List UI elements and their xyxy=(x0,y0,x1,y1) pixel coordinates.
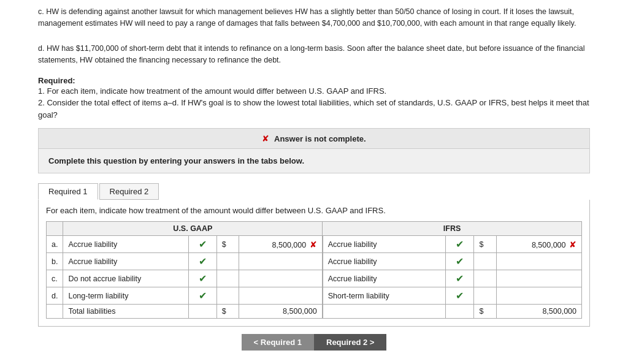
ifrs-header: IFRS xyxy=(323,222,582,236)
incomplete-x-icon: ✘ xyxy=(262,134,269,143)
intro-para-c: c. HW is defending against another lawsu… xyxy=(38,6,590,29)
intro-para-d: d. HW has $11,700,000 of short-term debt… xyxy=(38,43,590,66)
page-container: c. HW is defending against another lawsu… xyxy=(38,0,590,363)
bottom-nav: < Required 1 Required 2 > xyxy=(38,334,590,351)
gaap-text-c: Do not accrue liability xyxy=(63,270,189,287)
table-row: a. Accrue liability ✔ $ 8,500,000 ✘ Accr… xyxy=(47,236,582,253)
ifrs-check-c: ✔ xyxy=(446,270,474,287)
total-ifrs-amount: 8,500,000 xyxy=(497,305,582,319)
ifrs-text-a: Accrue liability xyxy=(323,236,446,253)
ifrs-check-a: ✔ xyxy=(446,236,474,253)
ifrs-dollar-a: $ xyxy=(474,236,497,253)
answer-incomplete-banner: ✘ Answer is not complete. xyxy=(38,128,590,149)
gaap-check-a: ✔ xyxy=(189,236,216,253)
total-gaap-amount: 8,500,000 xyxy=(239,305,323,319)
tab-required-1[interactable]: Required 1 xyxy=(38,183,98,200)
total-row-label-blank xyxy=(47,305,63,319)
tab-required-2[interactable]: Required 2 xyxy=(99,183,159,200)
total-label: Total liabilities xyxy=(63,305,189,319)
total-ifrs-icon xyxy=(446,305,474,319)
ifrs-text-d: Short-term liability xyxy=(323,287,446,305)
gaap-dollar-b xyxy=(216,253,239,270)
gaap-check-b: ✔ xyxy=(189,253,216,270)
tab-content-area: For each item, indicate how treatment of… xyxy=(38,200,590,327)
complete-question-banner: Complete this question by entering your … xyxy=(38,149,590,173)
ifrs-text-c: Accrue liability xyxy=(323,270,446,287)
row-label-b: b. xyxy=(47,253,63,270)
comparison-table: U.S. GAAP IFRS a. Accrue liability ✔ $ 8… xyxy=(46,221,582,319)
ifrs-check-b: ✔ xyxy=(446,253,474,270)
gaap-amount-a: 8,500,000 ✘ xyxy=(239,236,323,253)
total-gaap-dollar: $ xyxy=(216,305,239,319)
ifrs-dollar-c xyxy=(474,270,497,287)
table-row: c. Do not accrue liability ✔ Accrue liab… xyxy=(47,270,582,287)
incomplete-text: Answer is not complete. xyxy=(274,134,366,143)
required-item-1: 1. For each item, indicate how treatment… xyxy=(38,85,590,97)
gaap-check-d: ✔ xyxy=(189,287,216,305)
gaap-dollar-a: $ xyxy=(216,236,239,253)
tabs-row: Required 1 Required 2 xyxy=(38,183,590,200)
ifrs-dollar-b xyxy=(474,253,497,270)
ifrs-amount-d xyxy=(497,287,582,305)
intro-text: c. HW is defending against another lawsu… xyxy=(38,6,590,66)
ifrs-amount-a: 8,500,000 ✘ xyxy=(497,236,582,253)
total-row: Total liabilities $ 8,500,000 $ 8,500,00… xyxy=(47,305,582,319)
table-row: b. Accrue liability ✔ Accrue liability ✔ xyxy=(47,253,582,270)
total-ifrs-label xyxy=(323,305,446,319)
total-ifrs-dollar: $ xyxy=(474,305,497,319)
gaap-check-c: ✔ xyxy=(189,270,216,287)
gaap-dollar-c xyxy=(216,270,239,287)
gaap-amount-d xyxy=(239,287,323,305)
row-label-a: a. xyxy=(47,236,63,253)
table-row: d. Long-term liability ✔ Short-term liab… xyxy=(47,287,582,305)
prev-button[interactable]: < Required 1 xyxy=(242,334,314,351)
gaap-text-a: Accrue liability xyxy=(63,236,189,253)
tab-description: For each item, indicate how treatment of… xyxy=(46,206,582,215)
next-button[interactable]: Required 2 > xyxy=(314,334,386,351)
ifrs-check-d: ✔ xyxy=(446,287,474,305)
row-label-d: d. xyxy=(47,287,63,305)
required-item-2: 2. Consider the total effect of items a–… xyxy=(38,97,590,121)
ifrs-text-b: Accrue liability xyxy=(323,253,446,270)
row-label-c: c. xyxy=(47,270,63,287)
ifrs-amount-c xyxy=(497,270,582,287)
gaap-header: U.S. GAAP xyxy=(63,222,323,236)
gaap-text-d: Long-term liability xyxy=(63,287,189,305)
ifrs-dollar-d xyxy=(474,287,497,305)
required-section: Required: 1. For each item, indicate how… xyxy=(38,76,590,121)
gaap-amount-c xyxy=(239,270,323,287)
gaap-amount-b xyxy=(239,253,323,270)
total-gaap-icon xyxy=(189,305,216,319)
ifrs-amount-b xyxy=(497,253,582,270)
required-label: Required: xyxy=(38,76,75,85)
gaap-text-b: Accrue liability xyxy=(63,253,189,270)
complete-instruction-text: Complete this question by entering your … xyxy=(48,156,304,165)
gaap-dollar-d xyxy=(216,287,239,305)
